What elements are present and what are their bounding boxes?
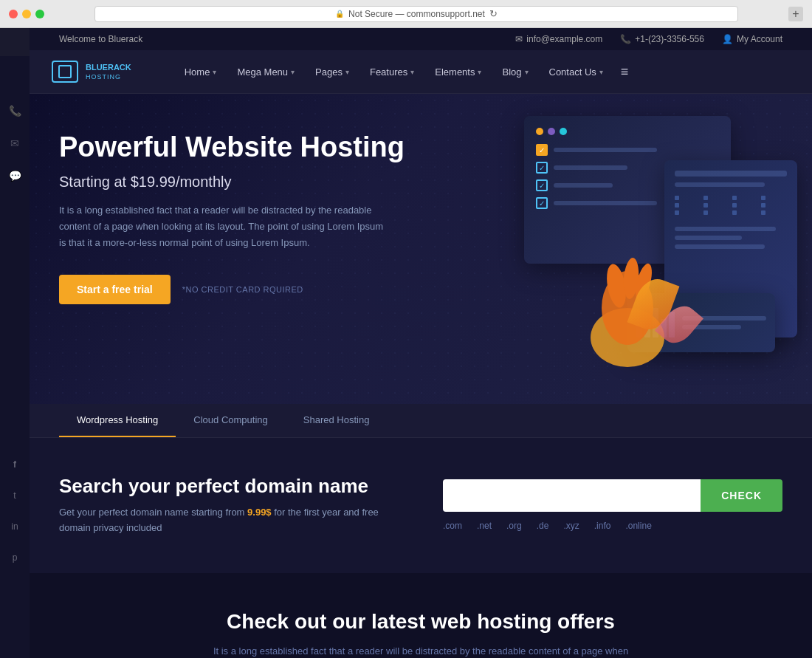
domain-right: CHECK .com .net .org .de .xyz .info .onl…: [443, 479, 782, 531]
ext-de: .de: [537, 521, 549, 531]
logo-text: BLUERACK HOSTING: [86, 63, 131, 80]
domain-extensions: .com .net .org .de .xyz .info .online: [443, 521, 782, 531]
domain-check-button[interactable]: CHECK: [701, 479, 782, 512]
email-icon: ✉: [515, 34, 523, 44]
nav-contact[interactable]: Contact Us ▾: [540, 62, 612, 82]
chevron-down-icon: ▾: [599, 68, 603, 76]
chevron-down-icon: ▾: [478, 68, 481, 76]
reload-icon[interactable]: ↻: [489, 8, 498, 19]
url-text: Not Secure — commonsupport.net: [348, 9, 485, 19]
sidebar-chat-icon[interactable]: 💬: [4, 165, 25, 186]
offers-title: Check out our latest web hosting offers: [59, 610, 782, 634]
nav-features[interactable]: Features ▾: [361, 62, 423, 82]
hamburger-menu-button[interactable]: ≡: [615, 61, 635, 83]
facebook-icon[interactable]: f: [4, 454, 25, 475]
hero-title: Powerful Website Hosting: [59, 131, 443, 165]
sidebar-social: f t in p: [0, 395, 30, 568]
phone-icon: 📞: [620, 34, 631, 44]
chevron-down-icon: ▾: [213, 68, 216, 76]
no-credit-text: *NO CREDIT CARD RQUIRED: [182, 285, 303, 294]
tab-wordpress[interactable]: Wordpress Hosting: [59, 404, 176, 437]
twitter-icon[interactable]: t: [4, 485, 25, 506]
chevron-down-icon: ▾: [345, 68, 349, 76]
domain-search-section: Search your perfect domain name Get your…: [30, 438, 812, 573]
sidebar-phone-icon[interactable]: 📞: [4, 100, 25, 121]
navbar: BLUERACK HOSTING Home ▾ Mega Menu ▾ Page…: [30, 50, 812, 94]
hero-description: It is a long established fact that a rea…: [59, 202, 384, 251]
traffic-lights: [9, 10, 44, 18]
hero-subtitle: Starting at $19.99/monthly: [59, 174, 443, 191]
phone-contact[interactable]: 📞 +1-(23)-3356-556: [620, 34, 704, 44]
nav-elements[interactable]: Elements ▾: [426, 62, 490, 82]
topbar: Welcome to Bluerack ✉ info@example.com 📞…: [30, 28, 812, 50]
hero-illustration: ✓ ✓ ✓ ✓: [502, 116, 797, 352]
tab-shared[interactable]: Shared Hosting: [286, 404, 388, 437]
chevron-down-icon: ▾: [410, 68, 414, 76]
email-contact[interactable]: ✉ info@example.com: [515, 34, 602, 44]
main-content: Welcome to Bluerack ✉ info@example.com 📞…: [30, 28, 812, 658]
maximize-button[interactable]: [35, 10, 44, 18]
site-content: 📞 ✉ 💬 f t in p Welcome to Bluerack ✉ inf…: [0, 28, 812, 658]
account-icon: 👤: [722, 34, 733, 44]
new-tab-button[interactable]: +: [788, 7, 803, 21]
lock-icon: 🔒: [335, 10, 344, 18]
hero-section: Powerful Website Hosting Starting at $19…: [30, 94, 812, 404]
domain-title: Search your perfect domain name: [59, 475, 399, 498]
ext-online: .online: [625, 521, 651, 531]
hero-content: Powerful Website Hosting Starting at $19…: [59, 131, 443, 304]
ext-com: .com: [443, 521, 462, 531]
nav-pages[interactable]: Pages ▾: [306, 62, 358, 82]
nav-links: Home ▾ Mega Menu ▾ Pages ▾ Features ▾ El…: [176, 61, 790, 83]
account-link[interactable]: 👤 My Account: [722, 34, 782, 44]
sidebar-contact-icons: 📞 ✉ 💬 f t in p: [0, 56, 30, 658]
minimize-button[interactable]: [22, 10, 31, 18]
hero-cta: Start a free trial *NO CREDIT CARD RQUIR…: [59, 275, 443, 304]
ext-net: .net: [477, 521, 492, 531]
nav-mega-menu[interactable]: Mega Menu ▾: [228, 62, 303, 82]
logo-icon: [52, 61, 78, 83]
instagram-icon[interactable]: in: [4, 516, 25, 537]
nav-home[interactable]: Home ▾: [176, 62, 226, 82]
sidebar-email-icon[interactable]: ✉: [4, 133, 25, 154]
welcome-text: Welcome to Bluerack: [59, 34, 142, 44]
hosting-tabs: Wordpress Hosting Cloud Computing Shared…: [30, 404, 812, 438]
ext-org: .org: [506, 521, 522, 531]
domain-left: Search your perfect domain name Get your…: [59, 475, 399, 536]
browser-chrome: 🔒 Not Secure — commonsupport.net ↻ +: [0, 0, 812, 28]
nav-blog[interactable]: Blog ▾: [493, 62, 537, 82]
chevron-down-icon: ▾: [291, 68, 295, 76]
tab-cloud[interactable]: Cloud Computing: [176, 404, 285, 437]
offers-description: It is a long established fact that a rea…: [199, 644, 642, 658]
topbar-right: ✉ info@example.com 📞 +1-(23)-3356-556 👤 …: [515, 34, 782, 44]
ext-info: .info: [594, 521, 611, 531]
pinterest-icon[interactable]: p: [4, 547, 25, 568]
domain-search-input[interactable]: [443, 479, 701, 512]
domain-search-bar: CHECK: [443, 479, 782, 512]
ext-xyz: .xyz: [563, 521, 579, 531]
start-trial-button[interactable]: Start a free trial: [59, 275, 171, 304]
close-button[interactable]: [9, 10, 18, 18]
offers-section: Check out our latest web hosting offers …: [30, 573, 812, 658]
chevron-down-icon: ▾: [525, 68, 529, 76]
domain-description: Get your perfect domain name starting fr…: [59, 505, 399, 536]
url-bar[interactable]: 🔒 Not Secure — commonsupport.net ↻: [94, 6, 738, 22]
logo[interactable]: BLUERACK HOSTING: [52, 61, 131, 83]
